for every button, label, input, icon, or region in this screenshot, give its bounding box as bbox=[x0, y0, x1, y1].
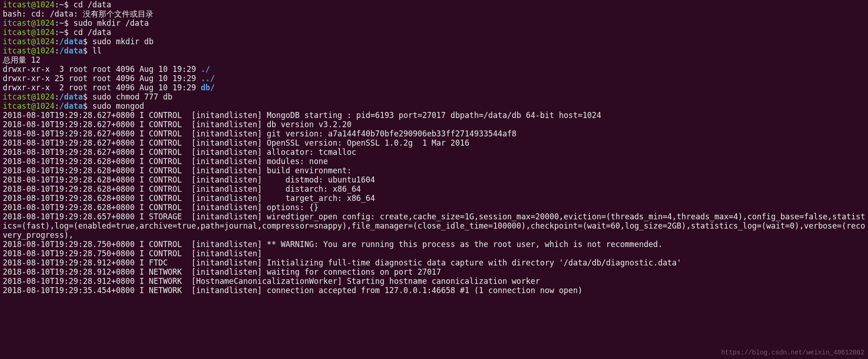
ls-perms: drwxr-xr-x 2 root root 4096 Aug 10 19:29 bbox=[3, 83, 201, 92]
command-text: cd /data bbox=[74, 0, 111, 9]
command-text: cd /data bbox=[74, 28, 111, 37]
output-text: 2018-08-10T19:29:28.912+0800 I NETWORK [… bbox=[3, 267, 441, 277]
terminal-output[interactable]: itcast@1024:~$ cd /databash: cd: /data: … bbox=[0, 0, 868, 295]
ls-dirname: db/ bbox=[201, 83, 215, 92]
terminal-line: 2018-08-10T19:29:28.627+0800 I CONTROL [… bbox=[3, 147, 865, 157]
prompt-user: itcast@1024 bbox=[3, 28, 55, 37]
prompt-user: itcast@1024 bbox=[3, 92, 55, 101]
prompt-user: itcast@1024 bbox=[3, 18, 55, 28]
command-text: ll bbox=[93, 46, 102, 55]
terminal-line: 2018-08-10T19:29:28.912+0800 I NETWORK [… bbox=[3, 267, 865, 277]
output-text: 2018-08-10T19:29:35.454+0800 I NETWORK [… bbox=[3, 286, 583, 295]
terminal-line: itcast@1024:/data$ sudo mongod bbox=[3, 101, 865, 111]
terminal-line: 2018-08-10T19:29:28.750+0800 I CONTROL [… bbox=[3, 249, 865, 258]
terminal-line: itcast@1024:~$ cd /data bbox=[3, 0, 865, 9]
terminal-line: itcast@1024:/data$ sudo chmod 777 db bbox=[3, 92, 865, 101]
terminal-line: 2018-08-10T19:29:28.628+0800 I CONTROL [… bbox=[3, 184, 865, 194]
prompt-user: itcast@1024 bbox=[3, 37, 55, 46]
terminal-line: 2018-08-10T19:29:28.627+0800 I CONTROL [… bbox=[3, 129, 865, 138]
terminal-line: itcast@1024:~$ cd /data bbox=[3, 28, 865, 37]
terminal-line: 2018-08-10T19:29:28.912+0800 I NETWORK [… bbox=[3, 277, 865, 286]
command-text: sudo mongod bbox=[93, 101, 145, 111]
ls-perms: drwxr-xr-x 3 root root 4096 Aug 10 19:29 bbox=[3, 65, 201, 74]
terminal-line: 2018-08-10T19:29:28.628+0800 I CONTROL [… bbox=[3, 203, 865, 212]
terminal-line: 2018-08-10T19:29:28.627+0800 I CONTROL [… bbox=[3, 138, 865, 147]
terminal-line: itcast@1024:/data$ ll bbox=[3, 46, 865, 55]
output-text: 2018-08-10T19:29:28.657+0800 I STORAGE [… bbox=[3, 212, 865, 240]
terminal-line: drwxr-xr-x 25 root root 4096 Aug 10 19:2… bbox=[3, 74, 865, 83]
output-text: 2018-08-10T19:29:28.628+0800 I CONTROL [… bbox=[3, 175, 375, 184]
output-text: bash: cd: /data: 没有那个文件或目录 bbox=[3, 9, 153, 18]
command-text: sudo mkdir db bbox=[93, 37, 154, 46]
prompt-user: itcast@1024 bbox=[3, 0, 55, 9]
terminal-line: 总用量 12 bbox=[3, 55, 865, 65]
terminal-line: 2018-08-10T19:29:28.657+0800 I STORAGE [… bbox=[3, 212, 865, 240]
terminal-line: 2018-08-10T19:29:28.628+0800 I CONTROL [… bbox=[3, 166, 865, 175]
terminal-line: itcast@1024:/data$ sudo mkdir db bbox=[3, 37, 865, 46]
output-text: 2018-08-10T19:29:28.627+0800 I CONTROL [… bbox=[3, 147, 356, 157]
output-text: 2018-08-10T19:29:28.750+0800 I CONTROL [… bbox=[3, 249, 262, 258]
output-text: 2018-08-10T19:29:28.912+0800 I NETWORK [… bbox=[3, 277, 540, 286]
output-text: 2018-08-10T19:29:28.628+0800 I CONTROL [… bbox=[3, 166, 351, 175]
watermark-text: https://blog.csdn.net/weixin_40612082 bbox=[721, 348, 864, 357]
command-text: sudo chmod 777 db bbox=[93, 92, 173, 101]
terminal-line: bash: cd: /data: 没有那个文件或目录 bbox=[3, 9, 865, 18]
terminal-line: 2018-08-10T19:29:28.912+0800 I FTDC [ini… bbox=[3, 258, 865, 267]
output-text: 2018-08-10T19:29:28.750+0800 I CONTROL [… bbox=[3, 240, 663, 249]
terminal-line: 2018-08-10T19:29:28.628+0800 I CONTROL [… bbox=[3, 175, 865, 184]
terminal-line: drwxr-xr-x 3 root root 4096 Aug 10 19:29… bbox=[3, 65, 865, 74]
terminal-line: itcast@1024:~$ sudo mkdir /data bbox=[3, 18, 865, 28]
terminal-line: 2018-08-10T19:29:28.750+0800 I CONTROL [… bbox=[3, 240, 865, 249]
ls-perms: drwxr-xr-x 25 root root 4096 Aug 10 19:2… bbox=[3, 74, 201, 83]
output-text: 2018-08-10T19:29:28.628+0800 I CONTROL [… bbox=[3, 203, 319, 212]
terminal-line: 2018-08-10T19:29:28.628+0800 I CONTROL [… bbox=[3, 194, 865, 203]
terminal-line: 2018-08-10T19:29:28.627+0800 I CONTROL [… bbox=[3, 111, 865, 120]
terminal-line: 2018-08-10T19:29:35.454+0800 I NETWORK [… bbox=[3, 286, 865, 295]
prompt-user: itcast@1024 bbox=[3, 101, 55, 111]
output-text: 2018-08-10T19:29:28.627+0800 I CONTROL [… bbox=[3, 120, 351, 129]
ls-dirname: ./ bbox=[201, 65, 210, 74]
output-text: 2018-08-10T19:29:28.912+0800 I FTDC [ini… bbox=[3, 258, 682, 267]
output-text: 2018-08-10T19:29:28.628+0800 I CONTROL [… bbox=[3, 184, 361, 194]
terminal-line: 2018-08-10T19:29:28.628+0800 I CONTROL [… bbox=[3, 157, 865, 166]
output-text: 2018-08-10T19:29:28.628+0800 I CONTROL [… bbox=[3, 194, 375, 203]
prompt-user: itcast@1024 bbox=[3, 46, 55, 55]
output-text: 2018-08-10T19:29:28.627+0800 I CONTROL [… bbox=[3, 129, 517, 138]
output-text: 2018-08-10T19:29:28.627+0800 I CONTROL [… bbox=[3, 111, 601, 120]
ls-dirname: ../ bbox=[201, 74, 215, 83]
terminal-line: drwxr-xr-x 2 root root 4096 Aug 10 19:29… bbox=[3, 83, 865, 92]
output-text: 总用量 12 bbox=[3, 55, 41, 65]
output-text: 2018-08-10T19:29:28.627+0800 I CONTROL [… bbox=[3, 138, 469, 147]
output-text: 2018-08-10T19:29:28.628+0800 I CONTROL [… bbox=[3, 157, 328, 166]
terminal-line: 2018-08-10T19:29:28.627+0800 I CONTROL [… bbox=[3, 120, 865, 129]
command-text: sudo mkdir /data bbox=[74, 18, 149, 28]
